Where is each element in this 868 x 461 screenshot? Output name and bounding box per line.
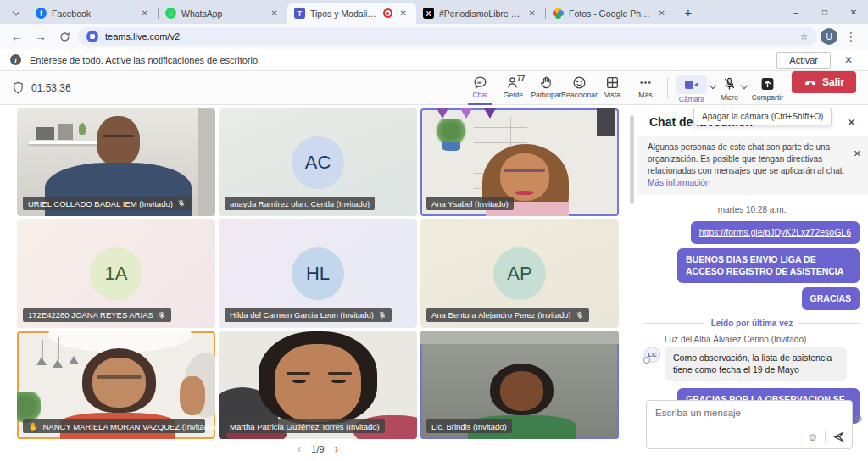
lamp-prop (53, 359, 63, 368)
message-composer[interactable]: ☺ (646, 400, 853, 449)
chat-button[interactable]: Chat (464, 71, 497, 105)
more-button[interactable]: Más (629, 71, 662, 105)
bookmark-star-icon[interactable]: ☆ (799, 31, 809, 42)
video-tile-ana-bentura[interactable]: AP Ana Bentura Alejandro Perez (Invitado… (420, 219, 619, 327)
prev-page-icon[interactable]: ‹ (298, 442, 301, 455)
forward-button[interactable]: → (31, 26, 51, 47)
initials-avatar: AC (292, 136, 344, 189)
grid-pagination: ‹ 1/9 › (17, 442, 619, 455)
close-tab-icon[interactable]: ✕ (139, 8, 151, 19)
chat-label: Chat (472, 91, 487, 99)
close-tab-icon[interactable]: ✕ (269, 8, 281, 19)
video-tile-uriel[interactable]: URIEL COLLADO BADAL IEM (Invitado) (17, 108, 215, 216)
banner-prop (460, 108, 472, 119)
tab-title: Facebook (52, 8, 134, 19)
back-button[interactable]: ← (7, 26, 27, 47)
close-tab-icon[interactable]: ✕ (526, 8, 538, 19)
toolbar-divider (667, 77, 668, 99)
participant-name-tag: Martha Patricia Gutiérrez Torres (Invita… (225, 419, 385, 433)
person-head (92, 358, 146, 408)
video-tile-martha[interactable]: Martha Patricia Gutiérrez Torres (Invita… (219, 331, 417, 439)
read-receipt-icon (854, 411, 863, 426)
chat-org-banner: Algunas personas de este chat son parte … (637, 136, 868, 195)
close-chat-icon[interactable]: ✕ (847, 116, 856, 129)
camera-button[interactable]: Cámara (676, 71, 707, 103)
tab-google-photos[interactable]: Fotos - Google Photos ✕ (546, 3, 675, 24)
message-link[interactable]: https://forms.gle/pJDyK2Lxz72esoGL6 (699, 227, 851, 237)
close-tab-icon[interactable]: ✕ (656, 8, 668, 19)
participant-name: Lic. Brindis (Invitado) (431, 422, 507, 431)
tab-title: Tipos y Modalidades de Vio (310, 8, 378, 19)
participate-button[interactable]: Participar (530, 71, 563, 105)
tab-title: #PeriodismoLibre (@UrielColla (439, 8, 521, 19)
smiley-icon (572, 75, 587, 90)
video-tile-ana-ysabel[interactable]: Ana Ysabel (Invitado) (420, 108, 619, 216)
tab-facebook[interactable]: f Facebook ✕ (29, 3, 158, 24)
new-tab-button[interactable]: + (678, 2, 698, 22)
sender-avatar: LC (644, 347, 660, 363)
mic-chevron-icon[interactable] (740, 81, 747, 88)
video-tile-brindis[interactable]: Lic. Brindis (Invitado) (420, 331, 619, 439)
tab-title: WhatsApp (181, 8, 264, 19)
maximize-button[interactable]: □ (810, 0, 839, 24)
lamp-cord-prop (58, 337, 59, 359)
participant-name-tag: URIEL COLLADO BADAL IEM (Invitado) (23, 197, 191, 210)
close-banner-icon[interactable]: ✕ (854, 142, 861, 189)
refresh-button[interactable] (54, 26, 75, 47)
video-tile-joana[interactable]: 1A 172E42280 JOANA REYES ARIAS (17, 219, 215, 327)
close-notification-icon[interactable]: ✕ (839, 54, 858, 66)
more-info-link[interactable]: Más información (648, 178, 709, 187)
video-tile-anayda[interactable]: AC anayda Ramírez olan. Centla (Invitado… (219, 108, 417, 216)
minimize-button[interactable]: – (782, 0, 810, 24)
video-area-scrollbar[interactable] (630, 115, 634, 204)
browser-profile-avatar[interactable]: U (821, 28, 837, 45)
next-page-icon[interactable]: › (335, 442, 338, 455)
browser-tab-bar: f Facebook ✕ ◌ WhatsApp ✕ T Tipos y Moda… (0, 0, 868, 24)
react-button[interactable]: Reaccionar (563, 71, 596, 105)
video-tile-nancy[interactable]: ✋ NANCY MARIELA MORAN VAZQUEZ (Invitado) (17, 331, 215, 439)
banner-prop (437, 108, 448, 119)
camera-chevron-icon[interactable] (709, 81, 716, 88)
emoji-picker-icon[interactable]: ☺ (807, 430, 818, 443)
meeting-toolbar: 01:53:36 Chat 77 Gente Participar Reacci… (0, 71, 868, 105)
people-button[interactable]: 77 Gente (497, 71, 530, 105)
person-head (275, 344, 362, 422)
shield-icon (12, 81, 25, 94)
participant-name: Ana Ysabel (Invitado) (431, 199, 509, 208)
share-button[interactable]: Compartir (752, 71, 783, 102)
mic-muted-icon (576, 311, 584, 319)
chat-message-list[interactable]: martes 10:28 a.m. https://forms.gle/pJDy… (637, 195, 868, 424)
chat-message-sent[interactable]: https://forms.gle/pJDyK2Lxz72esoGL6 (691, 221, 860, 244)
tab-search-button[interactable] (5, 3, 27, 21)
last-read-label: Leído por última vez (711, 319, 793, 328)
close-window-button[interactable]: ✕ (839, 0, 868, 24)
tab-twitter[interactable]: X #PeriodismoLibre (@UrielColla ✕ (416, 3, 545, 24)
omnibox[interactable]: teams.live.com/v2 ☆ (78, 27, 817, 46)
close-tab-icon[interactable]: ✕ (398, 8, 409, 19)
url-text[interactable]: teams.live.com/v2 (105, 31, 793, 42)
tab-whatsapp[interactable]: ◌ WhatsApp ✕ (159, 3, 287, 24)
lamp-cord-prop (42, 340, 43, 358)
participate-label: Participar (531, 91, 561, 99)
mic-button[interactable]: Micro (721, 71, 738, 102)
video-tile-hilda[interactable]: HL Hilda del Carmen Garcia Leon (Invitad… (219, 219, 417, 327)
facebook-icon: f (36, 8, 47, 19)
participant-name-tag: Ana Bentura Alejandro Perez (Invitado) (426, 308, 589, 322)
activate-notifications-button[interactable]: Activar (776, 52, 831, 69)
leave-button[interactable]: Salir (792, 71, 856, 93)
view-button[interactable]: Vista (596, 71, 629, 105)
share-label: Compartir (752, 93, 783, 102)
message-input[interactable] (655, 408, 843, 418)
participant-name: NANCY MARIELA MORAN VAZQUEZ (Invitado) (42, 422, 215, 431)
tab-title: Fotos - Google Photos (569, 8, 651, 19)
participant-name: URIEL COLLADO BADAL IEM (Invitado) (28, 199, 173, 208)
recording-indicator-icon (383, 8, 392, 18)
browser-menu-button[interactable]: ⋮ (841, 26, 861, 47)
person-glasses (97, 375, 142, 379)
tab-teams-active[interactable]: T Tipos y Modalidades de Vio ✕ (287, 3, 416, 24)
send-icon[interactable] (832, 430, 845, 443)
person-arm (180, 376, 205, 415)
participant-name: Hilda del Carmen Garcia Leon (Invitado) (230, 310, 374, 319)
hangup-icon (804, 75, 817, 89)
sender-name: Luz del Alba Álvarez Cerino (Invitado) (665, 335, 860, 344)
